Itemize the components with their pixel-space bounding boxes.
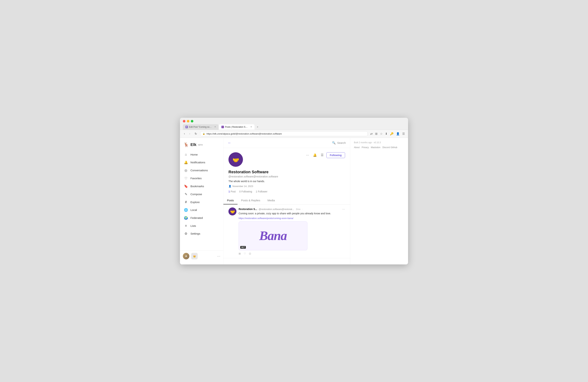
post-image-preview[interactable]: Bana ALT [239,221,307,250]
sep3: · [381,146,382,150]
close-button[interactable] [183,120,185,122]
built-info: Built 2 months ago · v0.10.3 [354,141,404,145]
lists-icon: ≡ [184,224,188,228]
profile-tabs: Posts Posts & Replies Media [223,197,350,205]
discord-link[interactable]: Discord [382,146,390,150]
menu-icon[interactable]: ☰ [402,132,405,136]
profile-avatar: 🤝 [229,152,243,167]
tab-posts-replies[interactable]: Posts & Replies [237,197,264,204]
right-links: About · Privacy · Mastodon · Discord Git… [354,146,404,150]
post-actions: ⊠ ♡ ⊡ [239,252,345,255]
post-header: Restoration S... @restoration.software@r… [239,208,345,211]
alt-badge[interactable]: ALT [240,246,246,249]
forward-nav-button[interactable]: › [188,132,191,136]
github-link[interactable]: GitHub [391,146,397,150]
logo-name: Elk [190,142,196,147]
posts-stat[interactable]: 1 Post [229,190,236,193]
translate-icon[interactable]: ⇄ [370,132,373,136]
reload-button[interactable]: ↻ [193,132,198,136]
sidebar-label-federated: Federated [190,216,203,219]
mastodon-link[interactable]: Mastodon [371,146,380,150]
url-bar[interactable]: 🔒 https://elk.zone/alpaca.gold/@restorat… [200,131,368,136]
tab-media[interactable]: Media [264,197,278,204]
back-button[interactable]: ← [226,140,233,146]
sidebar-label-compose: Compose [190,193,202,196]
extensions-icon[interactable]: ⊞ [375,132,378,136]
post-link[interactable]: https://restoration.software/posts/comin… [239,217,345,220]
heart-icon: ♡ [244,252,246,255]
notification-bell-button[interactable]: 🔔 [312,153,318,158]
sidebar-item-federated[interactable]: 🌍 Federated [181,214,222,222]
bookmark-star-icon[interactable]: ☆ [380,132,383,136]
tab-2-icon: 🦌 [221,126,224,128]
post-more-button[interactable]: ⋯ [342,208,345,211]
tab-1-label: Edit Post "Coming soon: Bana" [189,126,212,128]
bookmark-icon: 🔖 [184,184,188,188]
following-count: 0 [239,190,241,193]
local-icon: 🌐 [184,208,188,212]
traffic-lights [183,120,405,122]
main-content: ← 🔍 Search 🤝 [223,138,408,265]
sidebar-item-lists[interactable]: ≡ Lists [181,222,222,229]
back-nav-button[interactable]: ‹ [183,132,186,136]
sidebar: 🦌 Elk alpha ⌂ Home 🔔 Notifications ◎ Con… [180,138,223,265]
joined-icon: 👤 [229,185,231,188]
following-button[interactable]: Following [326,152,345,158]
maximize-button[interactable] [191,120,193,122]
posts-count: 1 [229,190,230,193]
url-text: https://elk.zone/alpaca.gold/@restoratio… [207,133,365,135]
sidebar-item-bookmarks[interactable]: 🔖 Bookmarks [181,183,222,190]
tab-posts[interactable]: Posts [223,197,237,204]
sidebar-item-explore[interactable]: # Explore [181,198,222,206]
user-avatar-1[interactable]: A [183,253,189,259]
list-toggle-button[interactable]: ☰ [320,153,325,158]
boost-icon: ⊠ [239,252,241,255]
browser-tab-2[interactable]: 🦌 Posts | Restoration Software (@... ✕ [219,124,254,130]
follower-count: 1 [256,190,257,193]
profile-header-row: 🤝 ⋯ 🔔 ☰ Following [229,152,345,167]
password-icon[interactable]: 🔑 [390,132,394,136]
tab-2-close[interactable]: ✕ [250,126,252,128]
logo-area: 🦌 Elk alpha [180,141,223,151]
sep1: · [360,146,361,150]
sidebar-item-favorites[interactable]: ♡ Favorites [181,174,222,182]
post-author-avatar[interactable]: 🤝 [229,208,236,215]
profile-avatar-image: 🤝 [230,154,241,165]
new-tab-button[interactable]: + [255,124,260,130]
follower-stat[interactable]: 1 Follower [256,190,268,193]
post-dot: · [302,208,302,210]
minimize-button[interactable] [187,120,189,122]
tab-1-close[interactable]: ✕ [214,126,216,128]
svg-text:🤝: 🤝 [232,157,239,164]
sidebar-item-settings[interactable]: ⚙ Settings [181,230,222,237]
search-area[interactable]: 🔍 Search [332,141,346,145]
sidebar-item-conversations[interactable]: ◎ Conversations [181,167,222,174]
about-link[interactable]: About [354,146,359,150]
boost-button[interactable]: ⊠ [239,252,241,255]
user-avatar-2[interactable]: 👑 [191,253,198,259]
browser-tab-1[interactable]: ✏ Edit Post "Coming soon: Bana" ✕ [183,124,218,130]
profile-icon[interactable]: 👤 [396,132,400,136]
download-icon[interactable]: ⬇ [385,132,388,136]
bookmark-post-button[interactable]: ⊡ [249,252,251,255]
sidebar-item-home[interactable]: ⌂ Home [181,151,222,158]
svg-text:👑: 👑 [193,255,196,258]
bell-icon: 🔔 [184,160,188,164]
following-stat[interactable]: 0 Following [239,190,252,193]
post-author-name: Restoration S... [239,208,257,210]
sidebar-label-favorites: Favorites [190,177,202,180]
more-actions-button[interactable]: ⋯ [305,153,310,158]
sidebar-item-local[interactable]: 🌐 Local [181,206,222,214]
privacy-link[interactable]: Privacy [362,146,369,150]
sidebar-label-bookmarks: Bookmarks [190,185,204,188]
federated-icon: 🌍 [184,216,188,220]
sidebar-item-compose[interactable]: ✎ Compose [181,191,222,198]
like-button[interactable]: ♡ [244,252,246,255]
sidebar-item-notifications[interactable]: 🔔 Notifications [181,159,222,166]
following-label: Following [241,190,252,193]
conversations-icon: ◎ [184,168,188,172]
browser-window: ✏ Edit Post "Coming soon: Bana" ✕ 🦌 Post… [180,118,408,265]
more-button[interactable]: ⋯ [217,254,220,258]
sidebar-nav: ⌂ Home 🔔 Notifications ◎ Conversations ♡… [180,151,223,249]
browser-action-buttons: ⇄ ⊞ ☆ ⬇ 🔑 👤 ☰ [370,132,405,136]
